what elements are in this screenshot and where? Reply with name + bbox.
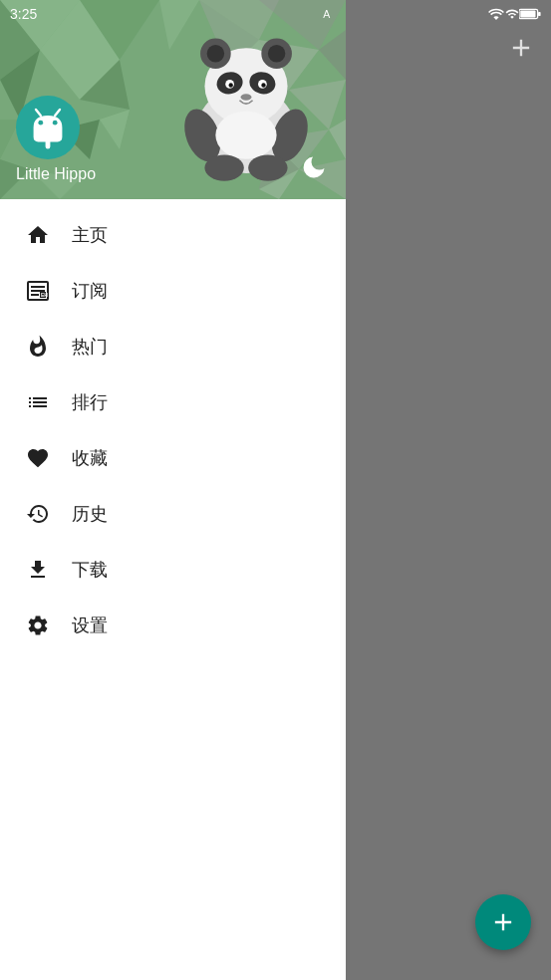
svg-point-35 xyxy=(207,45,225,63)
svg-point-36 xyxy=(268,45,286,63)
favorites-icon xyxy=(24,444,52,472)
svg-rect-2 xyxy=(520,11,535,18)
subscribe-label: 订阅 xyxy=(72,279,108,303)
rank-icon xyxy=(24,388,52,416)
svg-point-47 xyxy=(204,154,243,180)
moon-icon xyxy=(300,153,328,181)
svg-text:EH: EH xyxy=(41,292,48,298)
sidebar-item-home[interactable]: 主页 xyxy=(0,207,346,263)
home-icon xyxy=(24,221,52,249)
svg-rect-3 xyxy=(538,12,541,16)
plus-icon-top xyxy=(507,34,535,62)
download-icon xyxy=(24,556,52,584)
nav-menu: 主页 EH 订阅 热门 xyxy=(0,199,346,980)
add-button-top[interactable] xyxy=(501,28,541,68)
username-label: Little Hippo xyxy=(16,165,96,183)
history-label: 历史 xyxy=(72,502,108,526)
drawer-header: Little Hippo xyxy=(0,0,346,199)
sidebar-item-settings[interactable]: 设置 xyxy=(0,598,346,653)
svg-point-46 xyxy=(215,112,276,159)
rank-label: 排行 xyxy=(72,390,108,414)
svg-line-52 xyxy=(55,110,60,116)
hot-icon xyxy=(24,333,52,361)
svg-line-51 xyxy=(36,110,41,116)
font-icon: A xyxy=(322,7,336,21)
svg-rect-58 xyxy=(31,294,39,296)
sidebar-item-history[interactable]: 历史 xyxy=(0,486,346,542)
svg-point-42 xyxy=(261,83,265,87)
svg-text:A: A xyxy=(323,8,330,20)
sidebar-item-download[interactable]: 下载 xyxy=(0,542,346,598)
settings-label: 设置 xyxy=(72,613,108,637)
wifi-icon xyxy=(487,7,505,21)
status-bar-right xyxy=(346,0,551,28)
theme-toggle-button[interactable] xyxy=(298,151,330,183)
svg-point-48 xyxy=(248,154,287,180)
download-label: 下载 xyxy=(72,558,108,582)
settings-icon xyxy=(24,612,52,639)
home-label: 主页 xyxy=(72,223,108,247)
fab-button[interactable] xyxy=(475,894,531,950)
status-time: 3:25 xyxy=(10,6,37,22)
signal-icon xyxy=(505,7,519,21)
favorites-label: 收藏 xyxy=(72,446,108,470)
battery-icon xyxy=(519,8,541,20)
hot-label: 热门 xyxy=(72,335,108,359)
svg-point-54 xyxy=(53,121,58,125)
drawer: Little Hippo 主页 xyxy=(0,0,346,980)
svg-point-43 xyxy=(241,94,252,101)
svg-point-53 xyxy=(38,121,43,125)
subscribe-icon: EH xyxy=(24,277,52,305)
history-icon xyxy=(24,500,52,528)
status-bar-left: 3:25 A xyxy=(0,0,346,28)
sidebar-item-subscribe[interactable]: EH 订阅 xyxy=(0,263,346,319)
right-panel xyxy=(346,0,551,980)
svg-point-41 xyxy=(229,83,233,87)
sidebar-item-rank[interactable]: 排行 xyxy=(0,374,346,430)
svg-rect-56 xyxy=(31,286,45,288)
sidebar-item-favorites[interactable]: 收藏 xyxy=(0,430,346,486)
avatar[interactable] xyxy=(16,96,80,159)
sidebar-item-hot[interactable]: 热门 xyxy=(0,319,346,374)
android-icon xyxy=(24,104,72,151)
fab-plus-icon xyxy=(489,908,517,936)
